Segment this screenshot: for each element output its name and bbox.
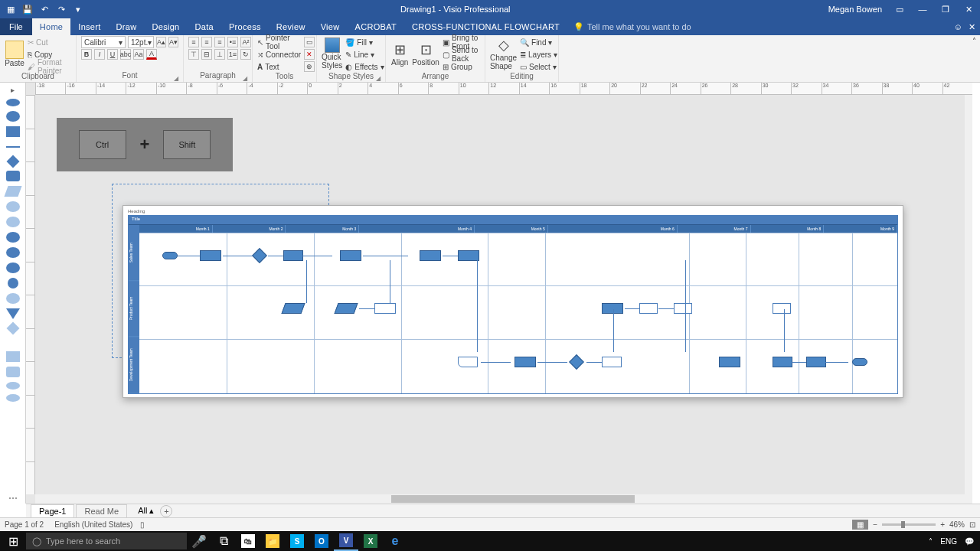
taskbar-store[interactable]: 🛍 [236,531,260,551]
taskbar-excel[interactable]: X [358,531,383,551]
shape-process[interactable] [806,357,826,367]
align-left-button[interactable]: ≡ [188,37,199,47]
layers-button[interactable]: ≣ Layers ▾ [520,49,557,60]
bottom-align-button[interactable]: ⊥ [214,49,225,60]
rectangle-tool-button[interactable]: ▭ [304,37,315,47]
zoom-out-button[interactable]: − [873,520,877,529]
align-button[interactable]: ⊞Align [390,37,409,70]
case-button[interactable]: Aa [133,49,144,60]
change-shape-button[interactable]: ◇Change Shape [490,37,517,70]
shape-predefined[interactable] [674,303,692,314]
tab-data[interactable]: Data [188,18,221,35]
shape-rounded-light[interactable] [6,367,20,377]
shape-terminator[interactable] [6,99,20,106]
shape-predefined[interactable] [639,303,658,314]
shape-end[interactable] [852,358,867,366]
shape-predefined[interactable] [773,303,791,314]
shape-oval-light[interactable] [6,382,20,390]
connector-button[interactable]: ⤭ Connector [257,49,301,60]
shape-oval-light2[interactable] [6,394,20,402]
tray-chevron-icon[interactable]: ˄ [929,537,933,546]
shape-rect-light[interactable] [6,351,20,362]
shape-process[interactable] [6,126,20,137]
tell-me[interactable]: 💡 Tell me what you want to do [573,18,691,35]
close-ribbon-icon[interactable]: ✕ [969,22,975,32]
taskbar-visio[interactable]: V [334,531,358,551]
task-view-button[interactable]: ⧉ [211,531,236,551]
lane-1-label[interactable]: Sales Team [129,225,139,281]
connection-point-button[interactable]: ⊕ [304,61,315,72]
shape-decision[interactable] [6,155,19,168]
language-indicator[interactable]: English (United States) [54,520,132,529]
pointer-tool-button[interactable]: ↖ Pointer Tool [257,37,301,47]
shape-process[interactable] [719,357,740,367]
top-align-button[interactable]: ⊤ [188,49,199,60]
shape-data[interactable] [335,303,358,314]
start-button[interactable]: ⊞ [0,531,26,551]
macro-recording-icon[interactable]: ▯ [140,520,145,529]
add-page-button[interactable]: + [160,505,172,517]
middle-align-button[interactable]: ⊟ [201,49,212,60]
tab-home[interactable]: Home [32,18,71,35]
bullets-button[interactable]: •≡ [227,37,238,47]
tab-cff[interactable]: CROSS-FUNCTIONAL FLOWCHART [404,18,567,35]
feedback-icon[interactable]: ☺ [954,22,962,31]
shape-process[interactable] [773,357,792,367]
shape-process[interactable] [602,357,622,367]
save-icon[interactable]: 💾 [21,3,34,15]
align-right-button[interactable]: ≡ [214,37,225,47]
group-button[interactable]: ⊞ Group [443,61,480,72]
shape-start[interactable] [162,252,178,259]
font-name-combo[interactable]: Calibri▾ [81,36,126,48]
shape-oval3[interactable] [6,247,20,258]
shape-subprocess[interactable] [6,171,20,181]
tray-notifications-icon[interactable]: 💬 [965,537,974,546]
page-tab-readme[interactable]: Read Me [76,504,127,517]
strikethrough-button[interactable]: abc [120,49,131,60]
taskbar-outlook[interactable]: O [309,531,334,551]
shape-database[interactable] [6,201,20,212]
shapes-panel-collapsed[interactable]: ▸ ⋯ [0,83,26,504]
drawing-page[interactable]: Heading Title Month 1Month 2Month 3Month… [122,205,903,398]
shape-diamond2[interactable] [6,322,19,335]
superscript-button[interactable]: A² [240,37,251,47]
taskbar-explorer[interactable]: 📁 [260,531,285,551]
cortana-mic-icon[interactable]: 🎤 [187,531,211,551]
shape-oval2[interactable] [6,232,20,243]
shape-process[interactable] [283,250,303,261]
cross-functional-flowchart[interactable]: Title Month 1Month 2Month 3Month 4Month … [128,215,898,394]
shrink-font-button[interactable]: A▾ [168,37,178,47]
shape-decision[interactable] [569,354,584,370]
zoom-slider[interactable] [882,523,936,526]
quick-styles-button[interactable]: Quick Styles [322,37,342,70]
taskbar-edge[interactable]: e [383,531,407,551]
shape-subprocess[interactable] [374,303,396,314]
all-pages-button[interactable]: All ▴ [138,506,154,516]
close-button[interactable]: ✕ [957,0,980,18]
page-tab-1[interactable]: Page-1 [31,504,74,517]
shape-process[interactable] [458,250,479,261]
shape-process[interactable] [340,250,361,261]
taskbar-search[interactable]: ◯ Type here to search [26,533,187,549]
position-button[interactable]: ⊡Position [412,37,439,70]
undo-icon[interactable]: ↶ [38,3,51,15]
ribbon-display-icon[interactable]: ▭ [888,0,911,18]
shape-document[interactable] [6,217,20,227]
presentation-mode-button[interactable]: ▦ [852,520,868,530]
tab-view[interactable]: View [313,18,348,35]
tray-language[interactable]: ENG [940,537,957,546]
tab-process[interactable]: Process [221,18,269,35]
lane-3-label[interactable]: Development Team [129,337,139,393]
shape-oval5[interactable] [6,293,20,304]
shape-oval4[interactable] [6,262,20,273]
fill-button[interactable]: 🪣 Fill ▾ [345,37,384,47]
effects-button[interactable]: ◐ Effects ▾ [345,61,384,72]
qat-more-icon[interactable]: ▾ [72,3,84,15]
cff-title[interactable]: Title [129,216,897,225]
send-to-back-button[interactable]: ▢ Send to Back [443,49,480,60]
bold-button[interactable]: B [81,49,92,60]
redo-icon[interactable]: ↷ [55,3,67,15]
shape-circle[interactable] [8,278,18,289]
grow-font-button[interactable]: A▴ [156,37,166,47]
vertical-scrollbar[interactable] [965,95,972,494]
